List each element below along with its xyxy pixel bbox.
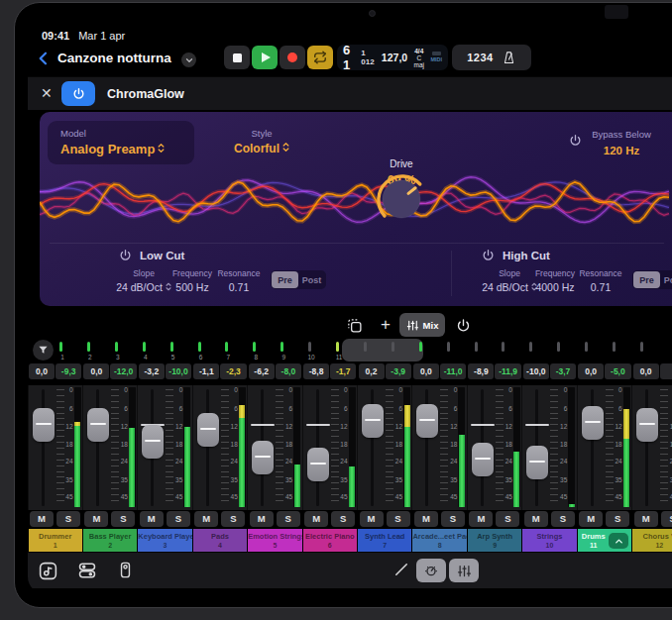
stop-button[interactable]	[224, 46, 250, 69]
plugin-power-button[interactable]	[61, 81, 95, 106]
pre-button[interactable]: Pre	[633, 271, 660, 288]
track-tile[interactable]: Drums11	[578, 529, 631, 553]
solo-button[interactable]: S	[661, 511, 672, 527]
peak-value[interactable]: -9,3	[56, 363, 81, 379]
cycle-button[interactable]	[307, 46, 333, 69]
track-tile[interactable]: Arp Synth9	[468, 529, 521, 553]
mute-button[interactable]: M	[524, 511, 548, 527]
volume-fader[interactable]	[307, 448, 329, 481]
solo-button[interactable]: S	[56, 511, 80, 527]
volume-fader[interactable]	[582, 406, 604, 440]
track-tile[interactable]: Chorus V12	[632, 529, 672, 553]
volume-value[interactable]: -6,2	[249, 363, 275, 379]
track-tile[interactable]: Strings10	[522, 529, 576, 553]
song-title[interactable]: Canzone notturna	[57, 51, 171, 65]
track-tile[interactable]: Emotion Strings5	[248, 529, 301, 553]
low-cut-power-icon[interactable]	[119, 249, 132, 261]
track-tile[interactable]: Synth Lead7	[358, 529, 411, 553]
peak-value[interactable]: -2,3	[220, 363, 246, 379]
volume-fader[interactable]	[526, 446, 548, 479]
mute-button[interactable]: M	[140, 511, 164, 527]
mute-button[interactable]: M	[30, 511, 54, 527]
mute-button[interactable]: M	[84, 511, 108, 527]
peak-value[interactable]: -1,7	[330, 363, 356, 379]
mute-button[interactable]: M	[360, 511, 384, 527]
model-value[interactable]: Analog Preamp	[60, 142, 165, 156]
metronome-icon[interactable]	[502, 51, 516, 65]
solo-button[interactable]: S	[387, 511, 410, 527]
peak-value[interactable]: -8,0	[276, 363, 301, 379]
volume-value[interactable]: 0,0	[83, 363, 109, 379]
track-tile[interactable]: Bass Player2	[83, 529, 137, 553]
track-tile[interactable]: Keyboard Player3	[138, 529, 191, 553]
solo-button[interactable]: S	[496, 511, 519, 527]
peak-value[interactable]	[660, 363, 672, 379]
mute-button[interactable]: M	[304, 511, 328, 527]
volume-value[interactable]: 0,0	[578, 363, 604, 379]
volume-value[interactable]: -8,8	[303, 363, 329, 379]
close-plugin-icon[interactable]: ✕	[41, 85, 53, 101]
drive-knob[interactable]	[374, 171, 429, 227]
count-in-metronome-group[interactable]: 1234	[452, 45, 531, 70]
volume-value[interactable]: 0,0	[29, 363, 55, 379]
bypass-value[interactable]: 120 Hz	[583, 145, 660, 156]
model-selector[interactable]: Model Analog Preamp	[48, 121, 194, 164]
volume-value[interactable]: -3,2	[139, 363, 165, 379]
solo-button[interactable]: S	[221, 511, 245, 527]
volume-fader[interactable]	[142, 425, 164, 459]
play-button[interactable]	[252, 46, 278, 69]
collapse-chevron-button[interactable]	[609, 533, 628, 549]
solo-button[interactable]: S	[167, 511, 190, 527]
level-value[interactable]: 0.0	[650, 145, 672, 156]
volume-fader[interactable]	[362, 404, 384, 438]
volume-value[interactable]: -10,0	[523, 363, 549, 379]
style-value[interactable]: Colorful	[234, 142, 289, 155]
filter-tracks-button[interactable]	[33, 340, 54, 361]
count-in-button[interactable]: 1234	[467, 52, 493, 63]
mute-button[interactable]: M	[250, 511, 274, 527]
volume-fader[interactable]	[252, 441, 274, 474]
mute-button[interactable]: M	[469, 511, 493, 527]
faders-view-button[interactable]	[449, 559, 479, 582]
track-overview-strip[interactable]: 1234567891011	[28, 340, 672, 362]
bypass-power-icon[interactable]	[569, 134, 582, 147]
add-track-button[interactable]: +	[374, 313, 397, 337]
peak-value[interactable]: -10,0	[166, 363, 191, 379]
solo-button[interactable]: S	[111, 511, 135, 527]
track-tile[interactable]: Arcade...eet Pad8	[412, 529, 466, 553]
high-cut-resonance[interactable]: Resonance 0.71	[574, 268, 627, 293]
mix-view-button[interactable]: Mix	[399, 313, 445, 337]
controls-view-button[interactable]	[416, 559, 446, 582]
plugin-strip-icon[interactable]	[116, 561, 137, 581]
track-tile[interactable]: Electric Piano6	[303, 529, 357, 553]
peak-value[interactable]: -3,9	[386, 363, 411, 379]
style-selector[interactable]: Style Colorful	[210, 121, 313, 164]
volume-value[interactable]: 0,2	[359, 363, 385, 379]
level-control[interactable]: Level 0.0	[650, 124, 672, 156]
volume-fader[interactable]	[472, 443, 494, 476]
volume-fader[interactable]	[197, 413, 219, 447]
peak-value[interactable]: -11,9	[495, 363, 520, 379]
pencil-icon[interactable]	[392, 561, 413, 581]
volume-value[interactable]: -8,9	[468, 363, 494, 379]
high-cut-power-icon[interactable]	[482, 249, 495, 261]
volume-fader[interactable]	[33, 408, 55, 442]
mute-button[interactable]: M	[579, 511, 603, 527]
peak-value[interactable]: -12,0	[110, 363, 136, 379]
track-tile[interactable]: Pads4	[193, 529, 247, 553]
back-chevron-icon[interactable]	[36, 49, 52, 68]
mute-button[interactable]: M	[414, 511, 438, 527]
bypass-below-control[interactable]: Bypass Below 120 Hz	[583, 124, 660, 156]
volume-fader[interactable]	[87, 408, 109, 442]
mute-button[interactable]: M	[634, 511, 658, 527]
record-button[interactable]	[280, 46, 305, 69]
post-button[interactable]: Post	[298, 271, 325, 288]
mixer-power-button[interactable]	[451, 313, 475, 337]
post-button[interactable]: Post	[660, 271, 672, 288]
song-menu-chevron-icon[interactable]	[181, 52, 196, 67]
volume-fader[interactable]	[636, 408, 658, 442]
browser-loops-icon[interactable]	[38, 561, 58, 581]
volume-fader[interactable]	[416, 404, 438, 438]
solo-button[interactable]: S	[606, 511, 629, 527]
volume-value[interactable]: -1,1	[193, 363, 219, 379]
